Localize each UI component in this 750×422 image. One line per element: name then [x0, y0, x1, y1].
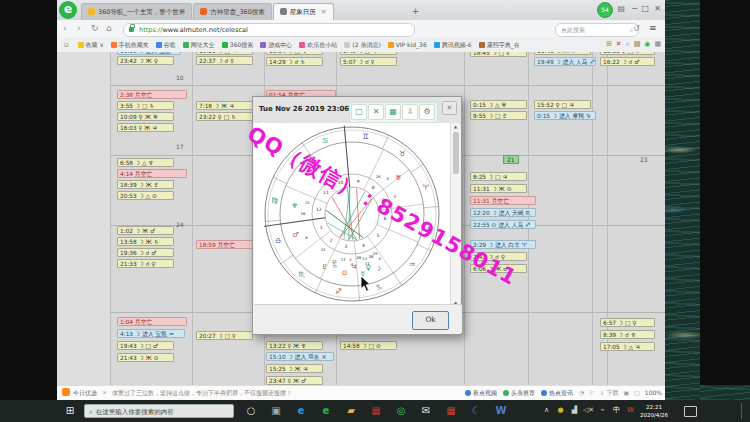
bookmark-item-3[interactable]: 网址大全: [183, 37, 215, 52]
page-zoom-level[interactable]: 100%: [645, 389, 662, 396]
tray-link-icon[interactable]: ⌁: [596, 400, 609, 422]
calendar-cell[interactable]: 21:43 ☽ Ж ⊙: [117, 353, 174, 362]
edge-icon[interactable]: e: [290, 400, 312, 422]
calendar-cell[interactable]: 15:10 ☽ 进入 双鱼 ♓: [266, 352, 334, 361]
status-link-2[interactable]: 热点资讯: [541, 389, 573, 396]
calendar-cell[interactable]: 8:25 ☽ □ ♃: [470, 172, 527, 181]
calendar-cell[interactable]: 12:20 ☽ 进入 天蝎 ♏: [470, 208, 536, 217]
browser-360-logo-icon[interactable]: e: [59, 1, 77, 19]
status-tool-icon[interactable]: ◔: [579, 389, 584, 396]
calendar-cell[interactable]: 7:18 ☽ Ж ♃: [196, 101, 253, 110]
home-icon[interactable]: ⌂: [106, 23, 112, 34]
tray-network-icon[interactable]: ▟: [568, 400, 581, 422]
show-desktop-divider[interactable]: [741, 403, 742, 419]
history-restore-icon[interactable]: ↺: [633, 23, 640, 34]
dialog-header[interactable]: Tue Nov 26 2019 23:06:00 GMT+0800 ▢✕▦⇩⚙ …: [253, 97, 461, 124]
aspects-toggle-icon[interactable]: ✕: [368, 104, 384, 120]
calendar-cell[interactable]: 17:05 ☽ △ ♃: [600, 342, 655, 351]
cortana-icon[interactable]: ○: [240, 400, 262, 422]
calendar-cell[interactable]: 15:25 ☽ Ж ♃: [266, 364, 323, 373]
bookmark-item-9[interactable]: 腾讯视频-6: [434, 37, 472, 52]
natal-chart-wheel[interactable]: ♈♉♊♋♌♍♎♏♐♑♒♓789101112123456♆16♂8♇21♄17⊙4…: [254, 123, 450, 307]
bookmark-item-2[interactable]: 谷歌: [156, 37, 176, 52]
ok-button[interactable]: Ok: [412, 311, 449, 330]
scrollbar-thumb[interactable]: [453, 132, 459, 174]
dialog-close-button[interactable]: ✕: [442, 101, 457, 115]
mail-icon[interactable]: ✉: [415, 400, 437, 422]
daily-pick-label[interactable]: 今日优选: [73, 389, 97, 396]
status-tool-icon[interactable]: ↓ 下载: [600, 389, 619, 396]
chart-view-icon[interactable]: ▢: [351, 104, 367, 120]
back-icon[interactable]: ‹: [63, 23, 67, 34]
menu-icon[interactable]: ≡: [649, 23, 657, 34]
calendar-cell[interactable]: 11:31 ☽ Ж ⊙: [470, 184, 527, 193]
status-tool-icon[interactable]: ▣: [624, 389, 630, 396]
weibo-w-icon[interactable]: W: [490, 400, 512, 422]
calendar-cell[interactable]: 6:57 ☽ □ ♀: [600, 318, 655, 327]
calendar-cell[interactable]: 1:04 月空亡: [117, 317, 187, 326]
calendar-cell[interactable]: 13:58 ☽ Ж ♄: [117, 237, 174, 246]
status-tool-icon[interactable]: ▢: [634, 389, 640, 396]
calendar-cell[interactable]: 16:22 ☽ ☌ ♂: [600, 57, 655, 66]
douyu-icon[interactable]: ▦: [440, 400, 462, 422]
dialog-scrollbar[interactable]: ▲ ▼: [450, 123, 460, 307]
calendar-cell[interactable]: 14:29 ☽ ☌ ♄: [266, 57, 323, 66]
calendar-cell[interactable]: 2:38 月空亡: [117, 90, 187, 99]
calendar-cell[interactable]: 9:55 ☽ □ ♇: [470, 111, 527, 120]
notification-center-icon[interactable]: [684, 406, 697, 417]
promo-text[interactable]: 体重过了三位数，坚持这么做，专治下半身肥胖，不仅瘦腿还瘦腰！: [112, 389, 292, 396]
calendar-cell[interactable]: 0:40 ☽ △ ♃: [340, 52, 397, 55]
tab-close-icon[interactable]: ✕: [321, 8, 327, 16]
calendar-day-number[interactable]: 17: [176, 143, 184, 150]
calendar-cell[interactable]: 6:06 ☽ Ж ♂: [470, 264, 527, 273]
status-link-0[interactable]: 看点视频: [465, 389, 497, 396]
start-button[interactable]: ⊞: [57, 400, 83, 422]
tray-shield-icon[interactable]: ●: [554, 400, 567, 422]
safety-360-icon[interactable]: ◎: [390, 400, 412, 422]
calendar-cell[interactable]: 10:54 ☽ □ ♆: [266, 52, 323, 55]
tray-volume-icon[interactable]: ◁✕: [582, 400, 595, 422]
status-link-1[interactable]: 头条推荐: [503, 389, 535, 396]
bookmark-item-4[interactable]: 360搜索: [222, 37, 253, 52]
calendar-cell[interactable]: 0:15 ☽ △ ♅: [470, 100, 527, 109]
close-window-button[interactable]: ✕: [654, 4, 661, 14]
calendar-cell[interactable]: 13:22 ☿ Ж ♆: [266, 341, 323, 350]
url-field[interactable]: https://www.almuten.net/celescal: [123, 23, 415, 37]
browser-tab-1[interactable]: 吉神星盘_360搜索: [193, 3, 272, 20]
calendar-cell[interactable]: 21:33 ☽ ☌ ♀: [117, 259, 174, 268]
bookmark-lead[interactable]: D: [64, 37, 69, 52]
calendar-cell[interactable]: 6:58 ☽ △ ♆: [117, 158, 174, 167]
bookmark-item-8[interactable]: VIP kid_36: [388, 37, 427, 52]
calendar-day-number[interactable]: 24: [176, 221, 184, 228]
calendar-cell[interactable]: 8:39 ☽ ☌ ♆: [600, 330, 655, 339]
apps-grid-icon[interactable]: ▦: [654, 40, 661, 48]
calendar-cell[interactable]: 19:36 ☽ ☌ ♂: [117, 248, 174, 257]
calendar-cell[interactable]: 1:02 ☽ Ж ♂: [117, 226, 174, 235]
calendar-cell[interactable]: 14:58 ☽ □ ⊙: [340, 341, 397, 350]
add-bookmark-icon[interactable]: ⊞: [606, 40, 612, 48]
safety-icon[interactable]: ◉: [644, 40, 650, 48]
calendar-cell[interactable]: 5:07 ☽ ☌ ☿: [340, 57, 397, 66]
dismiss-icon[interactable]: ✕: [102, 389, 107, 396]
calendar-cell[interactable]: 15:15 ♀ □ ♄: [600, 52, 655, 55]
calendar-cell[interactable]: 22:37 ☽ ☌ ☿: [196, 56, 253, 65]
calendar-cell[interactable]: 19:19 ☽ 进入 宝瓶 ♒: [117, 52, 181, 55]
minimize-button[interactable]: ─: [632, 4, 637, 14]
status-tool-icon[interactable]: ⚐: [589, 389, 594, 396]
settings-gear-icon[interactable]: ⚙: [419, 104, 435, 120]
bookmark-item-7[interactable]: (2 条消息): [344, 37, 380, 52]
maximize-button[interactable]: □: [641, 4, 649, 14]
calendar-cell[interactable]: 23:42 ☽ Ж ♀: [117, 56, 174, 65]
find-icon[interactable]: ⌕: [626, 40, 630, 48]
bookmark-item-1[interactable]: 手机收藏夹: [111, 37, 149, 52]
calendar-cell[interactable]: 19:49 ☽ 进入 人马 ♐: [534, 57, 596, 66]
calendar-cell[interactable]: 18:45 ☽ □ ☿: [470, 52, 527, 57]
bookmark-item-6[interactable]: 欢乐抢小站: [299, 37, 337, 52]
calendar-cell[interactable]: 20:27 ☽ □ ☿: [196, 331, 253, 340]
calendar-cell[interactable]: 20:53 ☽ △ ⊙: [117, 191, 174, 200]
toolbox-icon[interactable]: ▤: [617, 4, 625, 14]
bookmark-item-10[interactable]: 康熙字典_在: [479, 37, 520, 52]
tray-ime-icon[interactable]: 中: [610, 400, 623, 422]
task-view-icon[interactable]: ▣: [265, 400, 287, 422]
bookmark-item-0[interactable]: 收藏 ∨: [78, 37, 104, 52]
